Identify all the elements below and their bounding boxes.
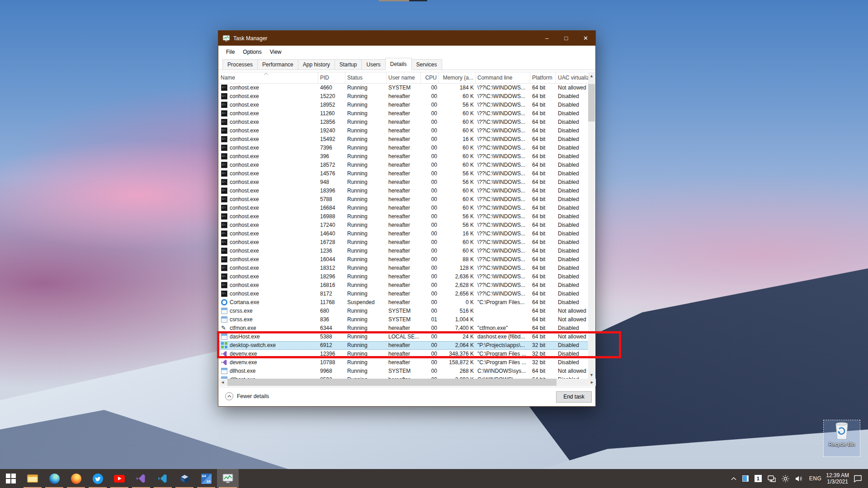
table-row[interactable]: C:\conhost.exe15220Runninghereafter0060 … xyxy=(219,92,590,101)
table-row[interactable]: C:\conhost.exe14576Runninghereafter0056 … xyxy=(219,169,590,178)
cell-pid: 5788 xyxy=(318,195,345,204)
tray-app-icon[interactable] xyxy=(741,469,750,488)
scroll-up-button[interactable]: ▲ xyxy=(588,72,595,80)
column-header-name[interactable]: Name xyxy=(219,72,318,83)
menu-file[interactable]: File xyxy=(222,47,239,57)
task-manager-taskbar-button[interactable] xyxy=(217,469,239,488)
recycle-bin[interactable]: Recycle Bin xyxy=(824,420,860,456)
cell-uac: Disabled xyxy=(556,281,590,290)
menu-bar: FileOptionsView xyxy=(218,46,595,58)
tab-users[interactable]: Users xyxy=(361,59,385,70)
horizontal-scrollbar[interactable]: ◄ ► xyxy=(219,379,596,386)
cell-user: hereafter xyxy=(387,247,421,255)
cell-platform: 64 bit xyxy=(530,204,556,212)
cell-name: dllhost.exe xyxy=(219,375,318,379)
brightness-icon[interactable] xyxy=(780,469,791,488)
table-row[interactable]: C:\conhost.exe18296Runninghereafter002,6… xyxy=(219,272,590,281)
volume-icon[interactable] xyxy=(794,469,805,488)
maximize-button[interactable]: □ xyxy=(557,31,576,46)
cell-platform: 64 bit xyxy=(530,84,556,92)
table-row[interactable]: C:\conhost.exe16728Runninghereafter0060 … xyxy=(219,238,590,247)
scroll-left-button[interactable]: ◄ xyxy=(219,379,226,386)
end-task-button[interactable]: End task xyxy=(556,391,592,403)
vscode-button[interactable] xyxy=(152,469,174,488)
cell-platform: 64 bit xyxy=(530,298,556,307)
cell-cpu: 00 xyxy=(421,264,439,272)
table-row[interactable]: C:\conhost.exe16044Runninghereafter0088 … xyxy=(219,255,590,264)
cell-cpu: 00 xyxy=(421,255,439,264)
console-icon: C:\ xyxy=(221,119,227,125)
table-row[interactable]: C:\conhost.exe948Runninghereafter0056 K\… xyxy=(219,178,590,187)
column-header-uac[interactable]: UAC virtualiza xyxy=(556,72,590,83)
visual-studio-button[interactable] xyxy=(130,469,152,488)
start-button[interactable] xyxy=(0,469,22,488)
column-header-cmd[interactable]: Command line xyxy=(476,72,530,83)
table-row[interactable]: C:\conhost.exe15492Runninghereafter0016 … xyxy=(219,135,590,144)
table-row[interactable]: C:\conhost.exe18572Runninghereafter0060 … xyxy=(219,161,590,169)
table-row[interactable]: C:\conhost.exe396Runninghereafter0060 K\… xyxy=(219,152,590,161)
table-row[interactable]: C:\conhost.exe16816Runninghereafter002,6… xyxy=(219,281,590,290)
edge-button[interactable] xyxy=(43,469,65,488)
table-row[interactable]: C:\conhost.exe14640Runninghereafter0016 … xyxy=(219,230,590,238)
column-header-platform[interactable]: Platform xyxy=(530,72,556,83)
table-row[interactable]: csrss.exe836RunningSYSTEM011,004 K64 bit… xyxy=(219,315,590,324)
table-row[interactable]: C:\conhost.exe18312Runninghereafter00128… xyxy=(219,264,590,272)
table-row[interactable]: C:\conhost.exe16988Runninghereafter0056 … xyxy=(219,212,590,221)
windows-64-app-button[interactable]: 6410 xyxy=(195,469,217,488)
action-center-icon[interactable] xyxy=(852,469,863,488)
column-header-status[interactable]: Status xyxy=(345,72,387,83)
cell-pid: 18312 xyxy=(318,264,345,272)
cell-uac: Disabled xyxy=(556,92,590,101)
cell-uac: Disabled xyxy=(556,101,590,109)
table-row[interactable]: C:\conhost.exe17240Runninghereafter0056 … xyxy=(219,221,590,230)
firefox-button[interactable] xyxy=(65,469,87,488)
table-row[interactable]: devenv.exe10788Runninghereafter00158,872… xyxy=(219,358,590,367)
cell-pid: 8172 xyxy=(318,290,345,298)
tab-details[interactable]: Details xyxy=(385,58,412,70)
table-row[interactable]: dllhost.exe9968RunningSYSTEM00268 KC:\WI… xyxy=(219,367,590,375)
table-row[interactable]: C:\conhost.exe19240Runninghereafter0060 … xyxy=(219,127,590,135)
input-indicator-icon[interactable]: 1 xyxy=(753,469,763,488)
table-row[interactable]: C:\conhost.exe11260Runninghereafter0060 … xyxy=(219,109,590,118)
table-row[interactable]: csrss.exe680RunningSYSTEM00516 K64 bitNo… xyxy=(219,307,590,315)
fewer-details-toggle[interactable]: Fewer details xyxy=(225,392,269,400)
close-button[interactable]: ✕ xyxy=(576,31,595,46)
table-row[interactable]: C:\conhost.exe12856Runninghereafter0060 … xyxy=(219,118,590,127)
table-row[interactable]: C:\conhost.exe7396Runninghereafter0060 K… xyxy=(219,144,590,152)
network-icon[interactable] xyxy=(766,469,777,488)
language-indicator[interactable]: ENG xyxy=(808,469,823,488)
column-header-pid[interactable]: PID xyxy=(318,72,345,83)
tab-performance[interactable]: Performance xyxy=(257,59,298,70)
table-row[interactable]: C:\conhost.exe16684Runninghereafter0060 … xyxy=(219,204,590,212)
table-row[interactable]: C:\conhost.exe4660RunningSYSTEM00184 K\?… xyxy=(219,84,590,92)
column-header-mem[interactable]: Memory (a... xyxy=(439,72,476,83)
table-row[interactable]: Cortana.exe11768Suspendedhereafter000 K"… xyxy=(219,298,590,307)
menu-options[interactable]: Options xyxy=(239,47,265,57)
tray-expand-chevron-icon[interactable] xyxy=(730,469,738,488)
vertical-scroll-thumb[interactable] xyxy=(588,84,595,122)
column-header-user[interactable]: User name xyxy=(387,72,421,83)
table-row[interactable]: C:\conhost.exe1236Runninghereafter0060 K… xyxy=(219,247,590,255)
minimize-button[interactable]: – xyxy=(537,31,557,46)
horizontal-scroll-thumb[interactable] xyxy=(227,379,557,386)
table-row[interactable]: C:\conhost.exe8172Runninghereafter002,65… xyxy=(219,290,590,298)
cell-status: Running xyxy=(345,187,387,195)
twitter-button[interactable] xyxy=(87,469,108,488)
tab-app-history[interactable]: App history xyxy=(298,59,335,70)
column-header-cpu[interactable]: CPU xyxy=(421,72,439,83)
scroll-right-button[interactable]: ► xyxy=(588,379,596,386)
scroll-down-button[interactable]: ▼ xyxy=(588,371,595,379)
tab-services[interactable]: Services xyxy=(411,59,442,70)
tab-processes[interactable]: Processes xyxy=(222,59,258,70)
virtualbox-button[interactable] xyxy=(174,469,195,488)
menu-view[interactable]: View xyxy=(266,47,286,57)
table-row[interactable]: dllhost.exe8592Runninghereafter002,092 K… xyxy=(219,375,590,379)
cell-uac: Disabled xyxy=(556,221,590,230)
youtube-button[interactable] xyxy=(108,469,130,488)
file-explorer-button[interactable] xyxy=(22,469,43,488)
table-row[interactable]: C:\conhost.exe18396Runninghereafter0060 … xyxy=(219,187,590,195)
table-row[interactable]: C:\conhost.exe18952Runninghereafter0056 … xyxy=(219,101,590,109)
tab-startup[interactable]: Startup xyxy=(335,59,362,70)
table-row[interactable]: C:\conhost.exe5788Runninghereafter0060 K… xyxy=(219,195,590,204)
clock[interactable]: 12:39 AM 1/3/2021 xyxy=(826,472,849,485)
